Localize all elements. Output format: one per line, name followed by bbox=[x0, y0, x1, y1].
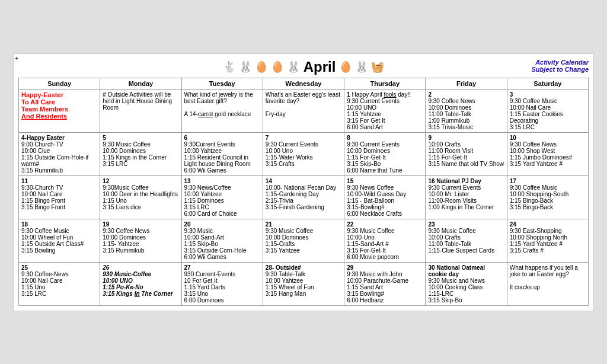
w4-tuesday: 20 9:30 Music 10:00 Sand-Art 1:15 Skip-B… bbox=[181, 219, 263, 262]
w1-monday: # Outside Activities will be held in Lig… bbox=[100, 89, 181, 132]
col-monday: Monday bbox=[100, 78, 181, 89]
w1-tuesday: What kind of jewelry is the best Easter … bbox=[181, 89, 263, 132]
w2-wednesday: 7 9:30 Current Events 10:00 Uno 1:15-Wat… bbox=[263, 132, 344, 175]
col-thursday: Thursday bbox=[344, 78, 426, 89]
w3-friday: 16 National PJ Day 9:30 Current Events 1… bbox=[426, 175, 507, 219]
month-title: April bbox=[304, 59, 336, 75]
activity-line1: Activity Calendar bbox=[531, 59, 589, 66]
w3-sunday: 11 9:30-Church TV 10:00 Nail Care 1:15 B… bbox=[19, 175, 100, 219]
w4-saturday: 24 9:30 East-Shopping 10:00 Shopping Nor… bbox=[507, 219, 588, 262]
w4-friday: 23 9:30 Music Coffee 10:00 Crafts 11:00 … bbox=[426, 219, 507, 262]
w2-thursday: 8 9:30 Current Events 10:00 Dominoes 1:1… bbox=[344, 132, 426, 175]
w5-friday: 30 National Oatmeal cookie day 9:30 Musi… bbox=[426, 262, 507, 305]
w1-sunday: Happy-Easter To All Care Team Members An… bbox=[19, 89, 100, 132]
w4-monday: 19 9:30 Coffee News 10:00 Dominoes 1:15-… bbox=[100, 219, 181, 262]
col-tuesday: Tuesday bbox=[181, 78, 263, 89]
w2-tuesday: 6 9:30Current Events 10:00 Yahtzee 1:15 … bbox=[181, 132, 263, 175]
bunny-icons: 🐇 🐰 🥚 🥚 🐰 bbox=[223, 60, 300, 74]
col-sunday: Sunday bbox=[19, 78, 100, 89]
week-3-row: 11 9:30-Church TV 10:00 Nail Care 1:15 B… bbox=[19, 175, 589, 219]
calendar-page: + 🐇 🐰 🥚 🥚 🐰 April 🥚 🐰 🧺 Activity Calenda… bbox=[13, 53, 594, 311]
calendar-table: Sunday Monday Tuesday Wednesday Thursday… bbox=[18, 78, 589, 306]
w5-sunday: 25 9:30 Coffee-News 10:00 Nail Care 1:15… bbox=[19, 262, 100, 305]
w4-sunday: 18 9:30 Coffee Music 10:00 Wheel of Fun … bbox=[19, 219, 100, 262]
week-2-row: 4-Happy Easter 9:00 Church-TV 10:00 Clue… bbox=[19, 132, 589, 175]
w1-wednesday: What's an Easter egg's least favorite da… bbox=[263, 89, 344, 132]
calendar-header: 🐇 🐰 🥚 🥚 🐰 April 🥚 🐰 🧺 Activity Calendar … bbox=[18, 59, 589, 75]
w2-monday: 5 9:30 Music Coffee 10:00 Dominoes 1:15 … bbox=[100, 132, 181, 175]
w3-wednesday: 14 10:00- National Pecan Day 1:15-Garden… bbox=[263, 175, 344, 219]
col-friday: Friday bbox=[426, 78, 507, 89]
header-title: 🐇 🐰 🥚 🥚 🐰 April 🥚 🐰 🧺 bbox=[223, 59, 385, 75]
w5-wednesday: 28- Outside# 9:30 Table-Talk 10:00 Yahtz… bbox=[263, 262, 344, 305]
w2-sunday: 4-Happy Easter 9:00 Church-TV 10:00 Clue… bbox=[19, 132, 100, 175]
w1-friday: 2 9:30 Coffee News 10:00 Dominoes 11:00 … bbox=[426, 89, 507, 132]
week-1-row: Happy-Easter To All Care Team Members An… bbox=[19, 89, 589, 132]
col-saturday: Saturday bbox=[507, 78, 588, 89]
w5-thursday: 29 9:30 Music with John 10:00 Parachute-… bbox=[344, 262, 426, 305]
bunny-icons2: 🥚 🐰 🧺 bbox=[339, 60, 384, 74]
w5-saturday: What happens if you tell a joke to an Ea… bbox=[507, 262, 588, 305]
w2-saturday: 10 9:30 Coffee News 10:00 Shop West 1:15… bbox=[507, 132, 588, 175]
col-wednesday: Wednesday bbox=[263, 78, 344, 89]
w2-friday: 9 10:00 Crafts 11:00 Room Visit 1:15 For… bbox=[426, 132, 507, 175]
w5-monday: 26 930 Music-Coffee 10:00 UNO 1:15 Po-Ke… bbox=[100, 262, 181, 305]
w4-thursday: 22 9:30 Music Coffee 10:00-Uno 1:15-Sand… bbox=[344, 219, 426, 262]
week-5-row: 25 9:30 Coffee-News 10:00 Nail Care 1:15… bbox=[19, 262, 589, 305]
corner-plus: + bbox=[15, 55, 18, 62]
w5-tuesday: 27 930 Current-Events 10 For Get It 1:15… bbox=[181, 262, 263, 305]
w3-monday: 12 9:30Music Coffee 10:00 Deer in the He… bbox=[100, 175, 181, 219]
activity-label: Activity Calendar Subject to Change bbox=[531, 59, 589, 73]
w3-thursday: 15 9:30 News Coffee 10:00-Wild Guess Day… bbox=[344, 175, 426, 219]
w4-wednesday: 21 9:30 Music Coffee 10:00 Dominoes 1:15… bbox=[263, 219, 344, 262]
activity-line2: Subject to Change bbox=[531, 66, 589, 73]
week-4-row: 18 9:30 Coffee Music 10:00 Wheel of Fun … bbox=[19, 219, 589, 262]
w1-saturday: 3 9:30 Coffee Music 10:00 Nail Care 1:15… bbox=[507, 89, 588, 132]
w1-thursday: 1 Happy April fools day!! 9:30 Current E… bbox=[344, 89, 426, 132]
w3-saturday: 17 9:30 Coffee Music 10:00 Shopping-Sout… bbox=[507, 175, 588, 219]
w3-tuesday: 13 9:30 News/Coffee 10:00 Yahtzee 1:15 D… bbox=[181, 175, 263, 219]
